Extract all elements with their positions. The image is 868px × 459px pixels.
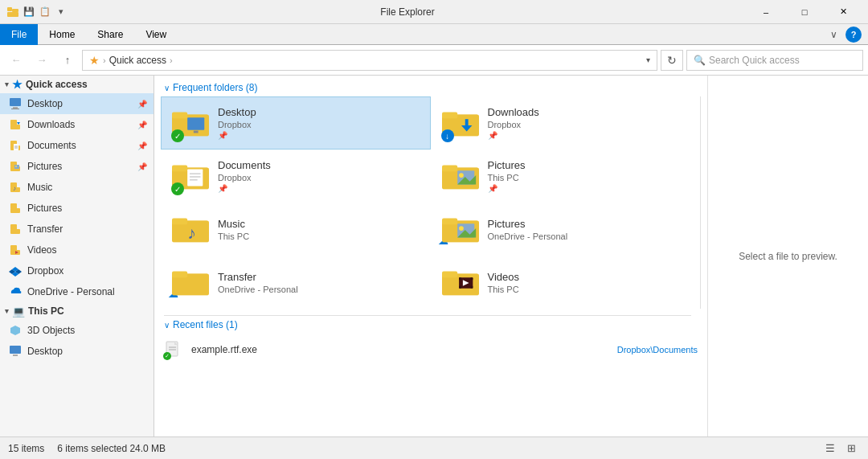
svg-rect-4	[13, 107, 18, 109]
folder-videos-icon	[441, 263, 480, 301]
address-bar[interactable]: ★ › Quick access › ▾	[82, 50, 657, 71]
address-dropdown-icon[interactable]: ▾	[646, 55, 650, 64]
folder-transfer-sub: OneDrive - Personal	[218, 285, 298, 294]
ribbon-help-button[interactable]: ?	[845, 27, 862, 43]
sidebar-item-pictures2[interactable]: Pictures	[0, 198, 154, 219]
recent-files-chevron-icon: ∨	[164, 321, 170, 330]
svg-rect-3	[10, 98, 21, 106]
path-text: Quick access	[109, 55, 166, 66]
folder-music-icon: ♪	[171, 210, 210, 248]
ribbon-collapse-button[interactable]: ∨	[825, 27, 842, 42]
sidebar-downloads-label: Downloads	[27, 119, 133, 130]
address-row: ← → ↑ ★ › Quick access › ▾ ↻ 🔍 Search Qu…	[0, 45, 868, 76]
folder-tile-pictures-onedrive[interactable]: ☁ Pictures OneDrive - Perso	[431, 203, 701, 256]
tab-share[interactable]: Share	[86, 24, 134, 45]
svg-marker-32	[10, 326, 20, 335]
folder-desktop-name: Desktop	[218, 106, 256, 118]
folder-tile-videos[interactable]: Videos This PC	[431, 256, 701, 309]
minimize-button[interactable]: –	[747, 0, 784, 24]
3dobjects-icon	[8, 323, 23, 338]
quick-access-star-icon: ★	[89, 54, 100, 67]
sidebar-dropbox-label: Dropbox	[27, 265, 147, 277]
search-box[interactable]: 🔍 Search Quick access	[686, 50, 863, 71]
folder-desktop-pin-icon: 📌	[218, 131, 256, 140]
sidebar-item-dropbox[interactable]: Dropbox	[0, 260, 154, 281]
close-button[interactable]: ✕	[825, 0, 862, 24]
folder-desktop-sub: Dropbox	[218, 120, 256, 129]
sidebar-item-music[interactable]: ♪ Music	[0, 177, 154, 198]
sidebar-item-transfer[interactable]: Transfer	[0, 219, 154, 240]
folder-tile-downloads[interactable]: ↓ Downloads Dropbox 📌	[431, 96, 701, 150]
sidebar-thispc-header[interactable]: ▾ 💻 This PC	[0, 302, 154, 320]
sidebar-videos-label: Videos	[27, 244, 147, 256]
refresh-button[interactable]: ↻	[661, 50, 683, 71]
frequent-folders-header[interactable]: ∨ Frequent folders (8)	[154, 76, 707, 96]
sidebar: ▾ ★ Quick access Desktop 📌	[0, 76, 154, 436]
tab-home[interactable]: Home	[38, 24, 86, 45]
folder-documents-icon: ✓	[171, 157, 210, 195]
tab-file[interactable]: File	[0, 24, 38, 45]
back-button[interactable]: ←	[5, 50, 27, 71]
folder-documents-name: Documents	[218, 159, 271, 171]
folder-tile-pictures-thispc[interactable]: Pictures This PC 📌	[431, 150, 701, 203]
folder-pictures-thispc-icon	[441, 157, 480, 195]
svg-rect-21	[10, 203, 17, 209]
search-icon: 🔍	[694, 55, 706, 66]
folder-videos-sub: This PC	[488, 285, 520, 294]
sidebar-item-documents[interactable]: Documents 📌	[0, 135, 154, 156]
svg-rect-48	[187, 169, 203, 186]
tab-view[interactable]: View	[134, 24, 178, 45]
sidebar-item-3dobjects[interactable]: 3D Objects	[0, 320, 154, 341]
documents-icon	[8, 138, 23, 153]
sidebar-pictures-label: Pictures	[27, 161, 133, 172]
folder-tile-transfer[interactable]: ☁ Transfer OneDrive - Personal	[161, 256, 431, 309]
sidebar-item-onedrive[interactable]: OneDrive - Personal	[0, 281, 154, 302]
properties-icon[interactable]: 📋	[39, 6, 51, 18]
svg-rect-7	[10, 125, 20, 129]
folder-pictures-thispc-pin-icon: 📌	[488, 184, 526, 193]
sidebar-item-desktop2[interactable]: Desktop	[0, 341, 154, 362]
sidebar-item-pictures[interactable]: Pictures 📌	[0, 156, 154, 177]
maximize-button[interactable]: □	[786, 0, 823, 24]
tile-view-button[interactable]: ⊞	[842, 440, 860, 457]
svg-rect-38	[187, 117, 204, 129]
svg-rect-39	[194, 131, 199, 133]
forward-button[interactable]: →	[31, 50, 53, 71]
folder-tile-documents[interactable]: ✓ Documents Dropbox 📌	[161, 150, 431, 203]
quick-save-icon[interactable]: 💾	[23, 6, 35, 18]
svg-rect-79	[470, 286, 473, 289]
svg-rect-6	[10, 120, 17, 125]
folder-tile-desktop[interactable]: ✓ Desktop Dropbox 📌	[161, 96, 431, 150]
search-placeholder: Search Quick access	[709, 55, 800, 66]
sidebar-desktop-pin-icon: 📌	[137, 100, 147, 109]
folder-pictures-thispc-info: Pictures This PC 📌	[488, 159, 526, 193]
sidebar-documents-pin-icon: 📌	[137, 141, 147, 150]
svg-text:♪: ♪	[187, 223, 196, 242]
dropdown-icon[interactable]: ▾	[55, 6, 68, 18]
frequent-folders-chevron-icon: ∨	[164, 84, 170, 92]
recent-files-header[interactable]: ∨ Recent files (1)	[154, 316, 707, 334]
sidebar-transfer-label: Transfer	[27, 223, 147, 235]
preview-panel: Select a file to preview.	[707, 76, 868, 436]
main-layout: ▾ ★ Quick access Desktop 📌	[0, 76, 868, 436]
svg-rect-77	[470, 277, 473, 280]
desktop2-icon	[8, 344, 23, 359]
sidebar-downloads-pin-icon: 📌	[137, 121, 147, 129]
sidebar-item-downloads[interactable]: Downloads 📌	[0, 114, 154, 135]
recent-file-item-0[interactable]: ✓ example.rtf.exe Dropbox\Documents	[154, 337, 707, 363]
sidebar-quick-access-header[interactable]: ▾ ★ Quick access	[0, 76, 154, 93]
folder-grid: ✓ Desktop Dropbox 📌	[161, 96, 701, 309]
up-button[interactable]: ↑	[56, 50, 79, 71]
quick-access-label: Quick access	[26, 79, 88, 90]
sidebar-item-videos[interactable]: Videos	[0, 240, 154, 260]
folder-documents-info: Documents Dropbox 📌	[218, 159, 271, 193]
pictures2-icon	[8, 201, 23, 215]
folder-transfer-icon	[171, 263, 210, 301]
sidebar-pictures2-label: Pictures	[27, 203, 147, 214]
sidebar-item-desktop[interactable]: Desktop 📌	[0, 93, 154, 114]
folder-tile-music[interactable]: ♪ Music This PC	[161, 203, 431, 256]
list-view-button[interactable]: ☰	[821, 440, 839, 457]
svg-marker-8	[17, 122, 20, 125]
svg-rect-16	[14, 165, 19, 169]
recent-file-badge-0: ✓	[163, 352, 171, 360]
